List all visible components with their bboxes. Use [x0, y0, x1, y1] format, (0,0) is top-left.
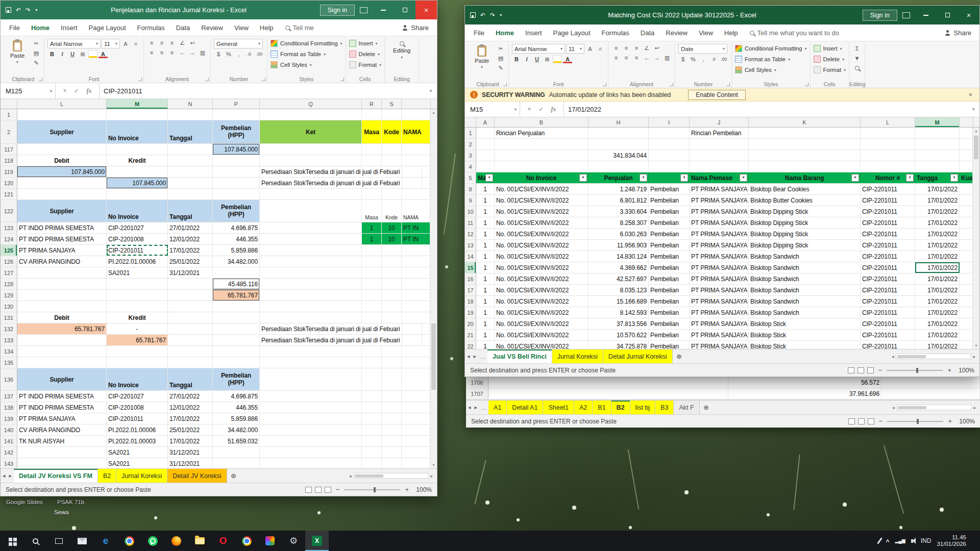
decrease-font-icon[interactable]: A — [596, 45, 605, 53]
row-header[interactable]: 14 — [465, 251, 476, 262]
row-header[interactable]: 124 — [1, 234, 17, 244]
cell[interactable] — [960, 273, 973, 284]
cell[interactable] — [476, 128, 495, 138]
scrollbar-thumb[interactable] — [897, 355, 926, 358]
italic-button[interactable]: I — [58, 50, 67, 58]
row-header[interactable]: 134 — [1, 346, 17, 357]
page-layout-view-icon[interactable] — [858, 418, 865, 424]
cell[interactable]: CIP-2201027 — [107, 222, 168, 233]
row-header[interactable]: 122 — [1, 200, 17, 222]
cell[interactable] — [107, 301, 168, 312]
scroll-down-icon[interactable]: ▾ — [973, 343, 979, 348]
cell[interactable]: 17/01/2022 — [915, 229, 960, 239]
cell[interactable]: Nama Pemaso — [690, 172, 749, 183]
scrollbar-thumb[interactable] — [431, 323, 436, 390]
cell[interactable] — [168, 357, 213, 368]
horizontal-scrollbar[interactable]: ◂▸ — [888, 400, 980, 414]
cell[interactable]: 1 — [476, 285, 495, 295]
close-message-icon[interactable]: × — [966, 91, 974, 98]
task-view-icon[interactable] — [47, 531, 70, 551]
cell[interactable] — [17, 279, 107, 289]
cell[interactable]: 17/01/2022 — [915, 273, 960, 284]
zoom-in-button[interactable]: + — [946, 417, 953, 425]
cell[interactable]: PT PRIMA SANJAYA — [690, 341, 749, 349]
cell[interactable] — [402, 189, 431, 199]
desktop-icon-label[interactable]: PSAK 71b — [57, 499, 84, 505]
row-header[interactable]: 121 — [1, 189, 17, 199]
cell[interactable]: 446.355 — [213, 234, 260, 244]
cell[interactable] — [260, 234, 362, 244]
cell[interactable] — [382, 109, 402, 120]
cell[interactable] — [362, 402, 382, 413]
cell[interactable] — [382, 436, 402, 446]
excel-icon[interactable]: X — [305, 531, 329, 551]
tell-me-box[interactable]: Tell me what you want to do — [744, 29, 845, 37]
dialog-launcher-icon[interactable] — [670, 83, 673, 86]
cell[interactable]: Tanggal — [168, 200, 213, 222]
cell[interactable]: Rincian Pembelian — [690, 128, 749, 138]
cell[interactable]: 10 — [382, 222, 402, 233]
cell[interactable] — [260, 189, 362, 199]
dialog-launcher-icon[interactable] — [39, 78, 42, 81]
row-header[interactable]: 12 — [465, 229, 476, 239]
row-header[interactable]: 2 — [1, 120, 17, 143]
row-header[interactable]: 1 — [465, 128, 476, 138]
column-header[interactable]: K — [749, 117, 861, 127]
cell[interactable]: NAMA — [402, 200, 431, 222]
orientation-icon[interactable]: ∠ — [178, 39, 187, 47]
row-header[interactable]: 21 — [465, 330, 476, 340]
cell[interactable]: PT PRIMA SANJAYA — [690, 296, 749, 307]
font-color-icon[interactable]: A — [563, 55, 572, 63]
cell[interactable] — [382, 279, 402, 289]
cell[interactable]: CIP-2201011 — [861, 206, 915, 217]
tell-me-box[interactable]: Tell me — [279, 24, 320, 32]
cell[interactable] — [382, 413, 402, 424]
row-header[interactable]: 123 — [1, 222, 17, 233]
cell[interactable] — [861, 150, 915, 161]
cell[interactable]: Pembelian (HPP) — [213, 120, 260, 143]
menu-tab-data[interactable]: Data — [170, 20, 195, 35]
align-left-icon[interactable]: ≡ — [147, 48, 156, 57]
row-header[interactable]: 129 — [1, 290, 17, 300]
network-icon[interactable]: ▂▄▆ — [895, 538, 905, 543]
sheet-nav-right-icon[interactable]: ▸ — [9, 472, 12, 479]
cell[interactable] — [168, 166, 213, 177]
scroll-left-icon[interactable]: ◂ — [892, 405, 895, 410]
cell[interactable] — [402, 458, 431, 468]
cell[interactable]: Pembelian — [649, 341, 690, 349]
cell[interactable]: SA2021 — [107, 458, 168, 468]
number-format-box[interactable]: General▾ — [214, 39, 263, 48]
column-header[interactable]: N — [168, 99, 213, 109]
cell[interactable] — [260, 256, 362, 267]
sheet-tab-detail-jv-koreksi[interactable]: Detail JV Koreksi — [167, 469, 227, 483]
cell[interactable] — [488, 388, 728, 399]
cell[interactable] — [402, 346, 431, 357]
cell[interactable]: 17/01/2022 — [915, 251, 960, 262]
cell[interactable]: Tanggal — [168, 368, 213, 390]
mail-icon[interactable] — [70, 531, 94, 551]
cell[interactable]: Biskitop Butter Cookies — [749, 195, 861, 206]
row-header[interactable]: 139 — [1, 413, 17, 424]
cell[interactable]: CIP-2201011 — [861, 307, 915, 318]
hidden-icons-chevron[interactable]: ^ — [886, 538, 890, 545]
cell[interactable] — [402, 335, 422, 345]
cell[interactable]: 17/01/2022 — [915, 285, 960, 295]
clock[interactable]: 11.45 31/01/2026 — [937, 534, 966, 548]
cell[interactable] — [362, 144, 382, 155]
cell[interactable] — [362, 346, 382, 357]
row-header[interactable]: 22 — [465, 341, 476, 349]
cell[interactable] — [960, 251, 973, 262]
cell[interactable] — [382, 144, 402, 155]
cell[interactable]: Nama Barang — [749, 172, 861, 183]
row-header[interactable]: 11 — [465, 217, 476, 228]
cell[interactable]: No Invoice — [107, 200, 168, 222]
cell[interactable] — [589, 161, 649, 172]
cell[interactable]: 1 — [476, 307, 495, 318]
menu-tab-formulas[interactable]: Formulas — [132, 20, 170, 35]
undo-icon[interactable]: ↶ — [16, 7, 21, 14]
scroll-up-icon[interactable]: ▴ — [973, 129, 979, 133]
comma-icon[interactable]: , — [699, 55, 708, 63]
row-header[interactable]: 16 — [465, 273, 476, 284]
cell[interactable] — [649, 150, 690, 161]
comma-icon[interactable]: , — [234, 50, 243, 58]
